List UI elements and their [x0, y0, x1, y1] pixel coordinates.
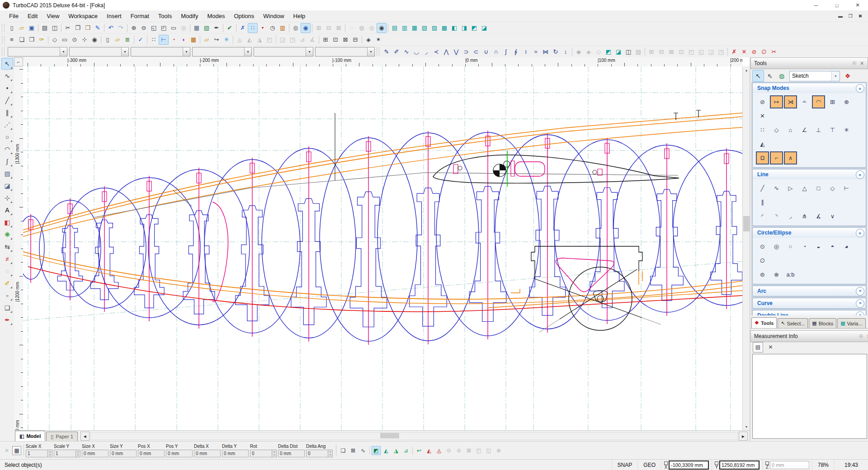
insert-object-icon[interactable]: ▦ — [192, 23, 202, 33]
snap-vertex-icon[interactable]: ⋊ — [784, 95, 797, 108]
horizontal-scrollbar[interactable] — [90, 432, 738, 440]
save-icon[interactable]: ▣ — [27, 23, 37, 33]
scroll-down-button[interactable]: ▼ — [743, 423, 750, 430]
layer-combo[interactable]: ▾ — [254, 47, 313, 56]
redo-icon[interactable]: ↷ — [116, 23, 126, 33]
view-iso-nw-icon[interactable]: ◨ — [459, 23, 469, 33]
menu-insert[interactable]: Insert — [102, 11, 126, 21]
transform-box-icon[interactable]: ▫ — [1, 290, 13, 301]
toolbox-icon[interactable]: ❖ — [842, 70, 854, 82]
view-front-icon[interactable]: ▥ — [400, 23, 410, 33]
new-icon[interactable]: ▯ — [7, 23, 17, 33]
snap-perp-2-icon[interactable]: ⊤ — [826, 124, 839, 136]
tsquare-ortho-icon[interactable]: ⊢ — [159, 35, 169, 45]
deselect-all-icon[interactable]: ✗ — [238, 23, 248, 33]
snap-angle-icon[interactable]: ∧ — [784, 151, 797, 164]
snap-intersection-icon[interactable]: ✕ — [756, 110, 769, 122]
redraw-view-icon[interactable]: ✶ — [373, 35, 383, 45]
toolbar-grip[interactable] — [377, 47, 379, 56]
view-top-icon[interactable]: ▩ — [439, 23, 449, 33]
parallel-lines-icon[interactable]: ∥ — [1, 107, 13, 118]
chamfer-icon[interactable]: ◞ — [421, 47, 431, 56]
circle-double-point-icon[interactable]: ○ — [784, 240, 797, 253]
workplane-view-icon[interactable]: ⊟ — [350, 35, 360, 45]
view-back-icon[interactable]: ▦ — [410, 23, 420, 33]
view-add-icon[interactable]: ▤ — [390, 23, 400, 33]
world-render-icon[interactable]: ◍ — [776, 70, 788, 82]
section-header-double-line[interactable]: Double Line« — [753, 310, 866, 315]
draft-rendered-icon[interactable]: ◉ — [377, 23, 387, 33]
chevron-down-icon[interactable]: ▾ — [831, 71, 840, 81]
scroll-up-button[interactable]: ▲ — [743, 66, 750, 74]
workplane-combo[interactable]: Sketch▾ — [789, 71, 840, 81]
chevron-down-icon[interactable]: ▾ — [244, 47, 251, 56]
trim-icon[interactable]: ⋀ — [441, 47, 451, 56]
layer-stack-icon[interactable]: ≣ — [123, 35, 132, 45]
copy-properties-icon[interactable]: ❏ — [339, 446, 348, 455]
chevron-double-up-icon[interactable]: « — [856, 170, 864, 179]
geo-toggle[interactable]: GEO — [637, 460, 661, 470]
palette-tab-blocks[interactable]: ▦Blocks — [809, 318, 836, 328]
facet-side-icon[interactable]: ◫ — [623, 47, 633, 56]
copy-array-icon[interactable]: ❏ — [1, 302, 13, 314]
curve-integrate-icon[interactable]: ∫ — [501, 47, 511, 56]
style-brush-icon[interactable]: ✑ — [37, 35, 47, 45]
insert-symbol-icon[interactable]: ❋ — [1, 229, 13, 240]
open-icon[interactable]: ▱ — [17, 23, 27, 33]
snap-magnetic-icon[interactable]: Ω — [756, 151, 769, 164]
field-input[interactable]: 1▲▼ — [26, 450, 52, 457]
text-style-combo[interactable]: ▾ — [315, 47, 375, 56]
line-perp-to-arc-icon[interactable]: ⋔ — [798, 210, 811, 222]
close-palette-icon[interactable]: ✕ — [865, 333, 868, 340]
line-tangent-from-point-icon[interactable]: ◝ — [770, 210, 783, 222]
line-parallel-icon[interactable]: ∥ — [756, 196, 769, 208]
snap-grid-icon[interactable]: ∷ — [756, 124, 769, 136]
chevron-double-down-icon[interactable]: « — [856, 287, 864, 296]
stretch-icon[interactable]: ≈ — [531, 47, 541, 56]
field-input[interactable]: 0 mm — [278, 450, 305, 457]
fillet-icon[interactable]: ◡ — [411, 47, 421, 56]
circle-center-point-icon[interactable]: ⊙ — [756, 240, 769, 253]
workplane-3point-icon[interactable]: ⊠ — [340, 35, 350, 45]
spell-check-icon[interactable]: ✔ — [225, 23, 235, 33]
facet-back-icon[interactable]: ◪ — [613, 47, 623, 56]
edit-polyline-icon[interactable]: ✎ — [382, 47, 392, 56]
split-icon[interactable]: ⊃ — [461, 47, 471, 56]
move-icon[interactable]: ⊹ — [1, 192, 13, 204]
select-icon[interactable]: ↖ — [1, 58, 13, 70]
modify-trim-icon[interactable]: ≠ — [1, 253, 13, 265]
chevron-double-down-icon[interactable]: « — [856, 299, 864, 308]
chevron-down-icon[interactable]: ▾ — [121, 47, 128, 56]
line-polygon-icon[interactable]: ▷ — [784, 182, 797, 194]
ruler-origin-button[interactable]: ⌐ — [14, 57, 23, 66]
palette-chart-icon[interactable]: ▥ — [278, 23, 288, 33]
sheet-tab-paper-1[interactable]: ▯Paper 1 — [46, 432, 78, 441]
line-rotated-rectangle-icon[interactable]: ◇ — [826, 182, 839, 194]
zoom-in-icon[interactable]: ⊕ — [129, 23, 139, 33]
x-coordinate-field[interactable]: -100,3309 mm — [669, 461, 709, 470]
print-preview-icon[interactable]: ◫ — [50, 23, 60, 33]
selector-3d-icon[interactable]: ◬ — [434, 446, 443, 455]
snap-arc-center-icon[interactable]: ◠ — [812, 95, 825, 108]
point-icon[interactable]: • — [1, 82, 13, 94]
bad-edges-icon[interactable]: ∅ — [759, 47, 769, 56]
protractor-icon[interactable]: ◖ — [179, 35, 189, 45]
copy-entity-icon[interactable]: ❏ — [17, 35, 27, 45]
snap-facet-icon[interactable]: ◭ — [756, 138, 769, 150]
named-views-icon[interactable]: ◈ — [363, 35, 373, 45]
spline-edit-icon[interactable]: ∿ — [359, 446, 368, 455]
mirror-tool-icon[interactable]: ⋈ — [541, 47, 551, 56]
line-single-icon[interactable]: ╱ — [756, 182, 769, 194]
horizontal-scroll-thumb[interactable] — [380, 433, 399, 438]
arc-icon[interactable]: ◠ — [1, 143, 13, 155]
circle-tan-from-point-icon[interactable]: ◓ — [826, 240, 839, 253]
circle-icon[interactable]: ○ — [1, 131, 13, 143]
no-snap-override-icon[interactable]: ⊠ — [349, 446, 358, 455]
copy-icon[interactable]: ❐ — [73, 23, 83, 33]
circle-concentric-icon[interactable]: ◎ — [770, 240, 783, 253]
circle-3-point-icon[interactable]: ◔ — [798, 240, 811, 253]
section-header-curve[interactable]: Curve« — [753, 298, 866, 308]
workplane-wp-icon[interactable]: ◭ — [382, 446, 391, 455]
snap-midpoint-icon[interactable]: ∸ — [798, 96, 811, 108]
color-palette-icon[interactable]: ▦ — [189, 35, 198, 45]
